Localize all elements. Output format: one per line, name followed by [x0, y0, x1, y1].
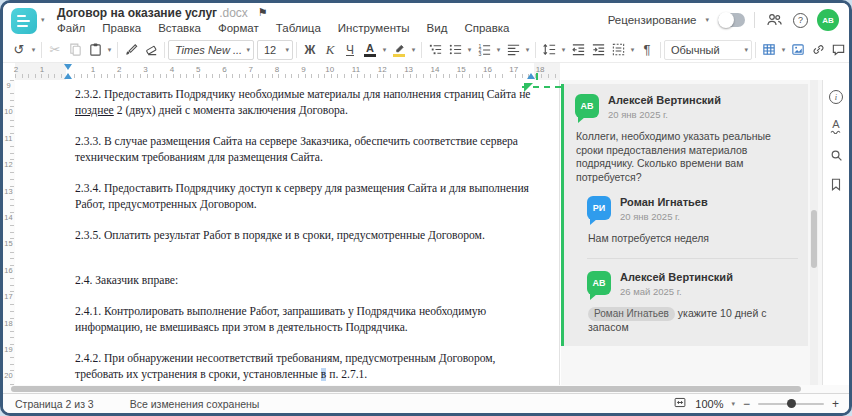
- spellcheck-icon[interactable]: А: [826, 116, 846, 136]
- zoom-level[interactable]: 100%: [695, 398, 723, 410]
- menu-file[interactable]: Файл: [57, 22, 85, 34]
- ruler-ticks: [15, 74, 560, 78]
- paragraph-2-3-2[interactable]: 2.3.2. Предоставить Подрядчику необходим…: [75, 87, 535, 119]
- bullet-list-icon[interactable]: [445, 40, 465, 60]
- paragraph-style-select[interactable]: Обычный ▾: [664, 40, 752, 60]
- more-tools-button[interactable]: ⋯: [848, 40, 852, 60]
- user-avatar[interactable]: АВ: [817, 9, 839, 31]
- style-name-value: Обычный: [671, 44, 720, 56]
- font-size-value: 12: [264, 44, 276, 56]
- search-icon[interactable]: [826, 145, 846, 165]
- highlight-caret-icon[interactable]: ▾: [409, 40, 418, 60]
- zoom-slider[interactable]: [758, 403, 824, 405]
- page-indicator[interactable]: Страница 2 из 3: [15, 398, 94, 410]
- show-paragraph-marks-icon[interactable]: ¶: [637, 40, 657, 60]
- zoom-caret-icon[interactable]: ▾: [731, 400, 735, 408]
- align-caret-icon[interactable]: ▾: [523, 40, 532, 60]
- horizontal-ruler[interactable]: 12123456789101112131415161718: [3, 63, 849, 81]
- logo-menu-caret-icon[interactable]: ▾: [41, 16, 45, 24]
- comment-icon[interactable]: [828, 40, 848, 60]
- menu-format[interactable]: Формат: [218, 22, 259, 34]
- review-toggle[interactable]: [718, 13, 745, 27]
- font-name-select[interactable]: Times New ... ▾: [168, 40, 254, 60]
- help-icon[interactable]: ?: [793, 13, 808, 28]
- bullet-list-caret-icon[interactable]: ▾: [465, 40, 474, 60]
- insert-link-icon[interactable]: [808, 40, 828, 60]
- review-mode-label[interactable]: Рецензирование: [608, 14, 697, 26]
- left-indent-marker[interactable]: [64, 73, 72, 79]
- align-left-icon[interactable]: [503, 40, 523, 60]
- paragraph-2-3-3[interactable]: 2.3.3. В случае размещения Сайта на серв…: [75, 134, 535, 166]
- reply-author-avatar: АВ: [587, 271, 611, 295]
- document-page[interactable]: 2.3.2. Предоставить Подрядчику необходим…: [15, 80, 560, 385]
- paste-caret-icon[interactable]: ▾: [105, 40, 114, 60]
- line-spacing-caret-icon[interactable]: ▾: [559, 40, 568, 60]
- zoom-in-button[interactable]: +: [832, 397, 839, 411]
- menu-edit[interactable]: Правка: [102, 22, 141, 34]
- fit-to-width-icon[interactable]: [673, 396, 687, 412]
- app-logo-icon[interactable]: [11, 8, 37, 34]
- right-sidebar: i А: [822, 80, 849, 385]
- comment-thread[interactable]: АВ Алексей Вертинский 20 янв 2025 г. Кол…: [561, 84, 808, 346]
- font-color-glyph: А: [366, 43, 374, 53]
- flag-icon[interactable]: ⚑: [258, 6, 268, 19]
- review-caret-icon[interactable]: ▾: [705, 16, 709, 24]
- table-caret-icon[interactable]: ▾: [779, 40, 788, 60]
- underline-button[interactable]: Ч: [340, 40, 360, 60]
- insert-table-icon[interactable]: [759, 40, 779, 60]
- undo-caret-icon[interactable]: ▾: [29, 40, 38, 60]
- bold-button[interactable]: Ж: [300, 40, 320, 60]
- save-status: Все изменения сохранены: [130, 398, 260, 410]
- paragraph-borders-icon[interactable]: [608, 40, 628, 60]
- copy-button[interactable]: [65, 40, 85, 60]
- mention-chip[interactable]: Роман Игнатьев: [588, 307, 675, 321]
- paragraph-2-4[interactable]: 2.4. Заказчик вправе:: [75, 273, 535, 289]
- italic-button[interactable]: К: [320, 40, 340, 60]
- vertical-ruler-ticks: [10, 80, 14, 385]
- decrease-indent-icon[interactable]: [568, 40, 588, 60]
- reply-date: 20 янв 2025 г.: [620, 211, 708, 222]
- comment-reply-1[interactable]: РИ Роман Игнатьев 20 янв 2025 г. Нам пот…: [587, 196, 798, 246]
- numbered-list-caret-icon[interactable]: ▾: [494, 40, 503, 60]
- document-info-icon[interactable]: i: [826, 87, 846, 107]
- avatar-initials: АВ: [593, 278, 606, 288]
- format-painter-icon[interactable]: [121, 40, 141, 60]
- font-color-button[interactable]: А: [360, 40, 380, 60]
- font-size-select[interactable]: 12 ▾: [257, 40, 293, 60]
- menu-table[interactable]: Таблица: [276, 22, 321, 34]
- zoom-out-button[interactable]: −: [743, 397, 750, 411]
- insert-image-icon[interactable]: [788, 40, 808, 60]
- collaboration-users-icon[interactable]: [764, 10, 784, 30]
- paragraph-2-3-4[interactable]: 2.3.4. Предоставить Подрядчику доступ к …: [75, 181, 535, 213]
- zoom-slider-handle[interactable]: [787, 399, 796, 408]
- paragraph-2-4-2[interactable]: 2.4.2. При обнаружении несоответствий тр…: [75, 351, 535, 383]
- paragraph-2-4-1[interactable]: 2.4.1. Контролировать выполнение Работ, …: [75, 304, 535, 336]
- clear-formatting-eraser-icon[interactable]: [141, 40, 161, 60]
- multilevel-list-icon[interactable]: [425, 40, 445, 60]
- comments-scrollbar-thumb[interactable]: [811, 210, 817, 268]
- right-indent-marker[interactable]: [527, 73, 535, 79]
- paste-button[interactable]: [85, 40, 105, 60]
- comment-reply-2[interactable]: АВ Алексей Вертинский 26 май 2025 г. Ром…: [587, 271, 798, 335]
- line-spacing-icon[interactable]: [539, 40, 559, 60]
- comment-anchor-connector: [522, 86, 561, 88]
- comment-author-name: Алексей Вертинский: [608, 94, 721, 106]
- undo-button[interactable]: ↺: [9, 40, 29, 60]
- first-line-indent-marker[interactable]: [64, 64, 72, 70]
- menu-insert[interactable]: Вставка: [158, 22, 201, 34]
- reply-author-avatar: РИ: [587, 196, 611, 220]
- paragraph-2-3-5[interactable]: 2.3.5. Оплатить результат Работ в порядк…: [75, 228, 535, 244]
- numbered-list-icon[interactable]: 1 2 3: [474, 40, 494, 60]
- menu-tools[interactable]: Инструменты: [338, 22, 410, 34]
- menu-view[interactable]: Вид: [427, 22, 448, 34]
- horizontal-scrollbar-thumb[interactable]: [11, 386, 801, 392]
- comment-date: 20 янв 2025 г.: [608, 109, 721, 120]
- highlight-color-button[interactable]: [389, 40, 409, 60]
- cut-button[interactable]: ✂: [45, 40, 65, 60]
- menu-help[interactable]: Справка: [464, 22, 509, 34]
- borders-caret-icon[interactable]: ▾: [628, 40, 637, 60]
- font-color-caret-icon[interactable]: ▾: [380, 40, 389, 60]
- increase-indent-icon[interactable]: [588, 40, 608, 60]
- bookmark-icon[interactable]: [826, 174, 846, 194]
- p232-underlined-text: позднее: [75, 104, 114, 117]
